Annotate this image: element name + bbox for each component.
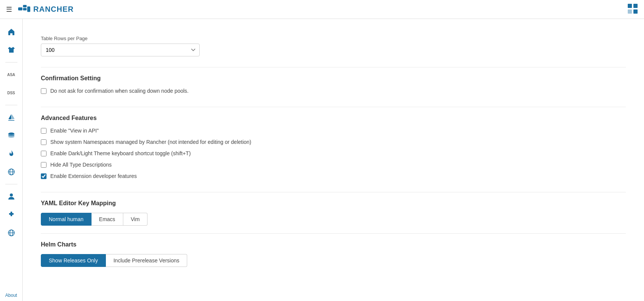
svg-rect-0 bbox=[18, 7, 22, 10]
menu-icon[interactable]: ☰ bbox=[6, 5, 12, 14]
ext-dev-checkbox[interactable] bbox=[41, 173, 47, 179]
confirmation-checkbox-label[interactable]: Do not ask for confirmation when scaling… bbox=[50, 88, 189, 94]
sidebar-item-app[interactable] bbox=[3, 42, 20, 58]
sidebar: ASA DSS About bbox=[0, 19, 23, 301]
system-ns-row: Show system Namespaces managed by Ranche… bbox=[41, 139, 626, 145]
sidebar-item-storage[interactable] bbox=[3, 127, 20, 144]
sidebar-item-asa[interactable]: ASA bbox=[3, 66, 20, 83]
sidebar-divider-3 bbox=[5, 184, 17, 184]
dark-light-row: Enable Dark/Light Theme keyboard shortcu… bbox=[41, 150, 626, 156]
hide-type-label[interactable]: Hide All Type Descriptions bbox=[50, 162, 112, 168]
svg-rect-4 bbox=[628, 4, 632, 8]
user-icon bbox=[7, 192, 16, 201]
sidebar-divider-1 bbox=[5, 62, 17, 62]
rancher-logo-icon bbox=[18, 5, 30, 14]
dss-label: DSS bbox=[7, 91, 15, 95]
sidebar-item-globe-small[interactable] bbox=[3, 164, 20, 180]
sidebar-divider-2 bbox=[5, 105, 17, 105]
view-api-row: Enable "View in API" bbox=[41, 128, 626, 134]
yaml-vim-button[interactable]: Vim bbox=[123, 213, 148, 226]
yaml-editor-section: YAML Editor Key Mapping Normal human Ema… bbox=[41, 192, 626, 234]
sidebar-item-dss[interactable]: DSS bbox=[3, 84, 20, 101]
confirmation-title: Confirmation Setting bbox=[41, 75, 626, 82]
confirmation-checkbox-row: Do not ask for confirmation when scaling… bbox=[41, 88, 626, 94]
ext-dev-label[interactable]: Enable Extension developer features bbox=[50, 173, 137, 179]
advanced-features-title: Advanced Features bbox=[41, 115, 626, 122]
globe-icon bbox=[7, 229, 16, 237]
svg-rect-1 bbox=[23, 5, 27, 7]
helm-charts-button-group: Show Releases Only Include Prerelease Ve… bbox=[41, 254, 626, 267]
logo-text: RANCHER bbox=[33, 5, 74, 14]
yaml-normal-button[interactable]: Normal human bbox=[41, 213, 92, 226]
fire-icon bbox=[7, 150, 16, 158]
logo: RANCHER bbox=[18, 5, 74, 14]
sidebar-item-home[interactable] bbox=[3, 23, 20, 40]
helm-charts-section: Helm Charts Show Releases Only Include P… bbox=[41, 234, 626, 274]
sail-icon bbox=[7, 113, 16, 122]
system-ns-label[interactable]: Show system Namespaces managed by Ranche… bbox=[50, 139, 251, 145]
topbar-right bbox=[627, 3, 638, 16]
yaml-emacs-button[interactable]: Emacs bbox=[92, 213, 123, 226]
globe-small-icon bbox=[7, 168, 16, 176]
svg-rect-6 bbox=[628, 9, 632, 14]
confirmation-checkbox[interactable] bbox=[41, 88, 47, 94]
yaml-editor-button-group: Normal human Emacs Vim bbox=[41, 213, 626, 226]
view-api-checkbox[interactable] bbox=[41, 128, 47, 134]
shirt-icon bbox=[7, 46, 16, 54]
topbar: ☰ RANCHER bbox=[0, 0, 644, 19]
table-rows-label: Table Rows per Page bbox=[41, 36, 626, 41]
asa-label: ASA bbox=[7, 73, 15, 77]
view-api-label[interactable]: Enable "View in API" bbox=[50, 128, 99, 134]
dark-light-label[interactable]: Enable Dark/Light Theme keyboard shortcu… bbox=[50, 150, 191, 156]
sidebar-item-sail[interactable] bbox=[3, 109, 20, 126]
sidebar-about[interactable]: About bbox=[5, 293, 17, 298]
main-content: Table Rows per Page 10 25 50 100 Confirm… bbox=[23, 19, 644, 301]
table-rows-group: Table Rows per Page 10 25 50 100 bbox=[41, 36, 626, 56]
table-rows-section: Table Rows per Page 10 25 50 100 bbox=[41, 28, 626, 67]
svg-rect-3 bbox=[27, 6, 30, 12]
sidebar-item-globe[interactable] bbox=[3, 225, 20, 241]
table-rows-select[interactable]: 10 25 50 100 bbox=[41, 44, 200, 56]
puzzle-icon bbox=[7, 211, 16, 219]
helm-charts-title: Helm Charts bbox=[41, 241, 626, 248]
svg-rect-7 bbox=[633, 9, 638, 14]
confirmation-section: Confirmation Setting Do not ask for conf… bbox=[41, 67, 626, 107]
sidebar-item-extensions[interactable] bbox=[3, 206, 20, 223]
include-prerelease-button[interactable]: Include Prerelease Versions bbox=[106, 254, 187, 267]
hide-type-checkbox[interactable] bbox=[41, 162, 47, 168]
dark-light-checkbox[interactable] bbox=[41, 151, 47, 156]
svg-rect-5 bbox=[633, 4, 638, 8]
svg-rect-2 bbox=[23, 8, 27, 10]
show-releases-button[interactable]: Show Releases Only bbox=[41, 254, 106, 267]
sidebar-item-user[interactable] bbox=[3, 188, 20, 205]
svg-point-13 bbox=[10, 193, 13, 197]
advanced-features-section: Advanced Features Enable "View in API" S… bbox=[41, 107, 626, 192]
sidebar-item-fire[interactable] bbox=[3, 145, 20, 162]
grid-icon[interactable] bbox=[627, 3, 638, 14]
ext-dev-row: Enable Extension developer features bbox=[41, 173, 626, 179]
storage-icon bbox=[7, 131, 16, 140]
yaml-editor-title: YAML Editor Key Mapping bbox=[41, 200, 626, 207]
home-icon bbox=[7, 28, 16, 36]
hide-type-row: Hide All Type Descriptions bbox=[41, 162, 626, 168]
system-ns-checkbox[interactable] bbox=[41, 139, 47, 145]
